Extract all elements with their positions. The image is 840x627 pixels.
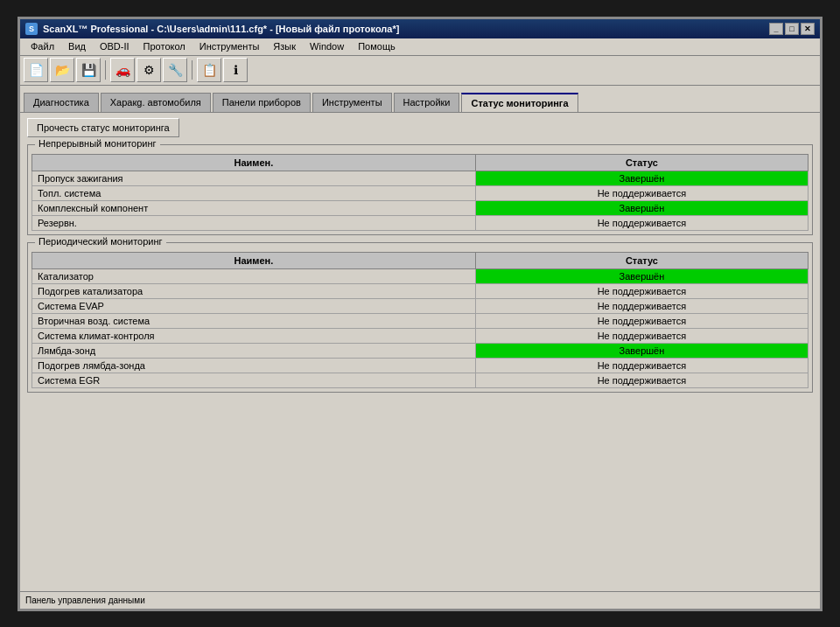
tab-vehicle[interactable]: Харакg. автомобиля — [101, 93, 211, 112]
status-bar: Панель управления данными — [20, 591, 820, 609]
table-row: Пропуск зажиганияЗавершён — [32, 171, 808, 185]
tab-monitor-status[interactable]: Статус мониторинга — [461, 93, 578, 112]
col-status-header: Статус — [475, 154, 808, 171]
tab-diagnostics[interactable]: Диагностика — [24, 93, 99, 112]
tabs-container: Диагностика Харакg. автомобиля Панели пр… — [20, 86, 820, 112]
toolbar-wrench[interactable]: 🔧 — [163, 58, 187, 82]
row-status-cell: Завершён — [475, 200, 808, 215]
row-name-cell: Подогрев лямбда-зонда — [32, 358, 476, 373]
row-name-cell: Пропуск зажигания — [32, 171, 476, 185]
maximize-button[interactable]: □ — [785, 23, 799, 35]
periodic-monitoring-group: Периодический мониторинг Наимен. Статус … — [27, 242, 813, 393]
row-name-cell: Катализатор — [32, 268, 476, 283]
row-status-cell: Не поддерживается — [475, 358, 808, 373]
table-row: КатализаторЗавершён — [32, 268, 808, 283]
table-row: Подогрев лямбда-зондаНе поддерживается — [32, 358, 808, 373]
toolbar: 📄 📂 💾 🚗 ⚙ 🔧 📋 ℹ — [20, 56, 820, 86]
menu-file[interactable]: Файл — [24, 39, 61, 53]
main-window: S ScanXL™ Professional - C:\Users\admin\… — [18, 17, 822, 611]
table-row: Лямбда-зондЗавершён — [32, 343, 808, 358]
periodic-table-body: КатализаторЗавершёнПодогрев катализатора… — [32, 268, 808, 387]
row-status-cell: Завершён — [475, 343, 808, 358]
app-icon: S — [25, 23, 38, 35]
menu-language[interactable]: Язык — [266, 39, 303, 53]
menu-window[interactable]: Window — [303, 39, 351, 53]
toolbar-separator-2 — [192, 60, 192, 80]
menu-bar: Файл Вид OBD-II Протокол Инструменты Язы… — [20, 38, 820, 56]
toolbar-save[interactable]: 💾 — [76, 58, 101, 82]
table-row: Подогрев катализатораНе поддерживается — [32, 283, 808, 298]
row-status-cell: Завершён — [475, 171, 808, 185]
table-row: Вторичная возд. системаНе поддерживается — [32, 313, 808, 328]
row-status-cell: Не поддерживается — [475, 373, 808, 387]
row-status-cell: Не поддерживается — [475, 283, 808, 298]
periodic-col-status-header: Статус — [475, 252, 808, 268]
toolbar-info[interactable]: ℹ — [223, 58, 248, 82]
row-name-cell: Топл. система — [32, 185, 476, 200]
toolbar-car[interactable]: 🚗 — [110, 58, 135, 82]
minimize-button[interactable]: _ — [769, 23, 783, 35]
title-bar: S ScanXL™ Professional - C:\Users\admin\… — [20, 19, 820, 38]
toolbar-settings[interactable]: ⚙ — [136, 58, 161, 82]
toolbar-open[interactable]: 📂 — [50, 58, 74, 82]
menu-tools[interactable]: Инструменты — [192, 39, 267, 53]
continuous-table: Наимен. Статус Пропуск зажиганияЗавершён… — [32, 154, 808, 231]
row-status-cell: Не поддерживается — [475, 298, 808, 313]
tab-instruments[interactable]: Инструменты — [312, 93, 392, 112]
row-name-cell: Лямбда-зонд — [32, 343, 476, 358]
status-text: Панель управления данными — [25, 596, 145, 605]
menu-protocol[interactable]: Протокол — [136, 39, 192, 53]
menu-help[interactable]: Помощь — [351, 39, 402, 53]
tab-dashboards[interactable]: Панели приборов — [213, 93, 311, 112]
col-name-header: Наимен. — [32, 154, 476, 171]
row-status-cell: Не поддерживается — [475, 313, 808, 328]
continuous-group-label: Непрерывный мониторинг — [35, 138, 160, 149]
row-name-cell: Система климат-контроля — [32, 328, 476, 343]
row-name-cell: Резервн. — [32, 215, 476, 230]
row-name-cell: Система EVAP — [32, 298, 476, 313]
periodic-group-label: Периодический мониторинг — [35, 236, 166, 247]
menu-view[interactable]: Вид — [61, 39, 93, 53]
row-status-cell: Завершён — [475, 268, 808, 283]
toolbar-separator-1 — [105, 60, 106, 80]
close-button[interactable]: ✕ — [801, 23, 815, 35]
row-name-cell: Система EGR — [32, 373, 476, 387]
periodic-table-header: Наимен. Статус — [32, 252, 808, 268]
continuous-monitoring-group: Непрерывный мониторинг Наимен. Статус Пр… — [27, 144, 813, 235]
title-bar-buttons: _ □ ✕ — [769, 23, 815, 35]
toolbar-clipboard[interactable]: 📋 — [197, 58, 221, 82]
table-row: Комплексный компонентЗавершён — [32, 200, 808, 215]
row-status-cell: Не поддерживается — [475, 185, 808, 200]
tab-settings[interactable]: Настройки — [394, 93, 460, 112]
row-name-cell: Подогрев катализатора — [32, 283, 476, 298]
table-row: Резервн.Не поддерживается — [32, 215, 808, 230]
table-row: Система EGRНе поддерживается — [32, 373, 808, 387]
continuous-table-body: Пропуск зажиганияЗавершёнТопл. системаНе… — [32, 171, 808, 230]
row-name-cell: Вторичная возд. система — [32, 313, 476, 328]
window-title: ScanXL™ Professional - C:\Users\admin\11… — [43, 24, 764, 34]
table-row: Система климат-контроляНе поддерживается — [32, 328, 808, 343]
continuous-table-header: Наимен. Статус — [32, 154, 808, 171]
menu-obd[interactable]: OBD-II — [93, 39, 136, 53]
periodic-col-name-header: Наимен. — [32, 252, 476, 268]
toolbar-new[interactable]: 📄 — [24, 58, 48, 82]
row-name-cell: Комплексный компонент — [32, 200, 476, 215]
table-row: Система EVAPНе поддерживается — [32, 298, 808, 313]
table-row: Топл. системаНе поддерживается — [32, 185, 808, 200]
row-status-cell: Не поддерживается — [475, 215, 808, 230]
read-status-button[interactable]: Прочесть статус мониторинга — [27, 118, 179, 137]
periodic-table: Наимен. Статус КатализаторЗавершёнПодогр… — [32, 252, 808, 388]
row-status-cell: Не поддерживается — [475, 328, 808, 343]
content-area: Прочесть статус мониторинга Непрерывный … — [20, 112, 820, 591]
